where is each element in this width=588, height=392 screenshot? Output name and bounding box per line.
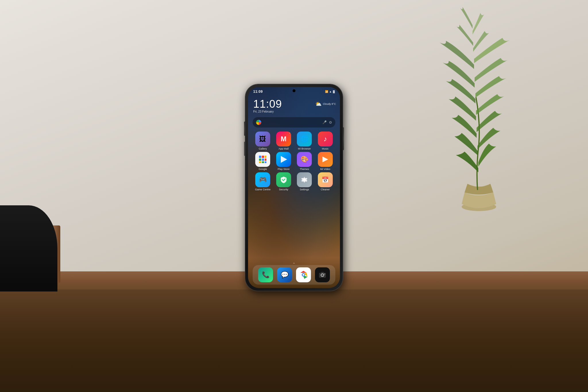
status-icons: 📶 ▲ ▓ [325, 90, 335, 93]
gamecentre-label: Game Centre [255, 188, 270, 191]
dock-chrome[interactable] [296, 267, 311, 282]
swipe-indicator: ⌃ [291, 262, 297, 263]
dock-camera[interactable] [315, 267, 330, 282]
dock-phone[interactable]: 📞 [258, 267, 273, 282]
gallery-icon: 🖼 [255, 132, 270, 146]
browser-icon: 🌐 [297, 132, 312, 146]
svg-rect-9 [265, 161, 266, 163]
battery-icon: ▓ [333, 90, 335, 93]
app-item-cleaner[interactable]: 📅 Cleaner [316, 172, 335, 191]
svg-point-16 [303, 274, 304, 276]
phone: 11:09 📶 ▲ ▓ 11:09 Fri, 23 February ⛅ Clo… [245, 84, 343, 291]
music-label: Music [322, 147, 329, 150]
phone-icon: 📞 [258, 267, 273, 282]
svg-rect-3 [265, 156, 266, 158]
app-item-google[interactable]: Google [253, 152, 272, 171]
svg-rect-20 [321, 272, 324, 273]
weather-icon: ⛅ [315, 101, 322, 107]
appmail-icon: M 1 [276, 132, 291, 146]
fern-plant [387, 6, 559, 221]
svg-marker-10 [281, 156, 287, 163]
phone-body: 11:09 📶 ▲ ▓ 11:09 Fri, 23 February ⛅ Clo… [245, 84, 343, 291]
music-icon: ♪ [318, 132, 333, 146]
app-item-music[interactable]: ♪ Music [316, 132, 335, 150]
appmail-badge: 1 [288, 132, 291, 135]
svg-rect-7 [259, 161, 261, 163]
browser-label: Mi Browser [298, 147, 311, 150]
clock-widget: 11:09 Fri, 23 February [253, 99, 282, 113]
security-icon [276, 172, 291, 187]
settings-label: Settings [300, 188, 309, 191]
google-logo-icon [256, 120, 261, 125]
weather-widget: ⛅ Cloudy 8°C [315, 101, 336, 107]
phone-screen: 11:09 📶 ▲ ▓ 11:09 Fri, 23 February ⛅ Clo… [248, 87, 340, 288]
mivideo-icon [318, 152, 333, 167]
svg-rect-5 [262, 159, 264, 161]
gamecentre-icon: 🎮 [255, 172, 270, 187]
clock-time: 11:09 [253, 99, 282, 109]
wifi-icon: ▲ [329, 90, 332, 93]
app-item-gallery[interactable]: 🖼 Gallery [253, 132, 272, 150]
app-grid: 🖼 Gallery M 1 App Mall 🌐 Mi Browser [251, 132, 337, 191]
cleaner-icon: 📅 [318, 172, 333, 187]
weather-text: Cloudy 8°C [323, 103, 336, 105]
svg-point-19 [322, 274, 323, 276]
svg-rect-6 [265, 159, 266, 161]
cleaner-label: Cleaner [321, 188, 330, 191]
app-item-settings[interactable]: Settings [295, 172, 314, 191]
bluetooth-icon: 📶 [325, 90, 328, 93]
search-bar[interactable]: 🎤 ⊙ [253, 117, 335, 128]
dark-figure [0, 205, 57, 291]
settings-icon [297, 172, 312, 187]
camera-icon [315, 267, 330, 282]
app-item-security[interactable]: Security [274, 172, 293, 191]
playstore-label: Play Store [278, 168, 290, 171]
themes-icon: 🎨 [297, 152, 312, 167]
app-item-gamecentre[interactable]: 🎮 Game Centre [253, 172, 272, 191]
appmail-label: App Mall [278, 147, 289, 150]
front-camera [293, 89, 295, 92]
playstore-icon [276, 152, 291, 167]
clock-date: Fri, 23 February [253, 110, 282, 113]
messages-icon: 💬 [277, 267, 292, 282]
microphone-icon[interactable]: 🎤 [322, 120, 327, 124]
dock-messages[interactable]: 💬 [277, 267, 292, 282]
themes-label: Themes [300, 168, 309, 171]
svg-marker-11 [322, 157, 328, 162]
app-item-themes[interactable]: 🎨 Themes [295, 152, 314, 171]
lens-icon[interactable]: ⊙ [329, 120, 332, 124]
dock: 📞 💬 [253, 265, 335, 285]
status-time: 11:09 [253, 90, 263, 94]
svg-point-21 [324, 273, 325, 274]
app-item-browser[interactable]: 🌐 Mi Browser [295, 132, 314, 150]
mivideo-label: Mi Video [320, 168, 330, 171]
google-label: Google [259, 168, 267, 171]
gallery-label: Gallery [259, 147, 267, 150]
svg-rect-4 [259, 159, 261, 161]
google-icon [255, 152, 270, 167]
app-item-mivideo[interactable]: Mi Video [316, 152, 335, 171]
svg-rect-1 [259, 156, 261, 158]
chrome-icon [296, 267, 311, 282]
app-item-playstore[interactable]: Play Store [274, 152, 293, 171]
svg-rect-2 [262, 156, 264, 158]
app-item-appmail[interactable]: M 1 App Mall [274, 132, 293, 150]
svg-rect-8 [262, 161, 264, 163]
security-label: Security [279, 188, 288, 191]
